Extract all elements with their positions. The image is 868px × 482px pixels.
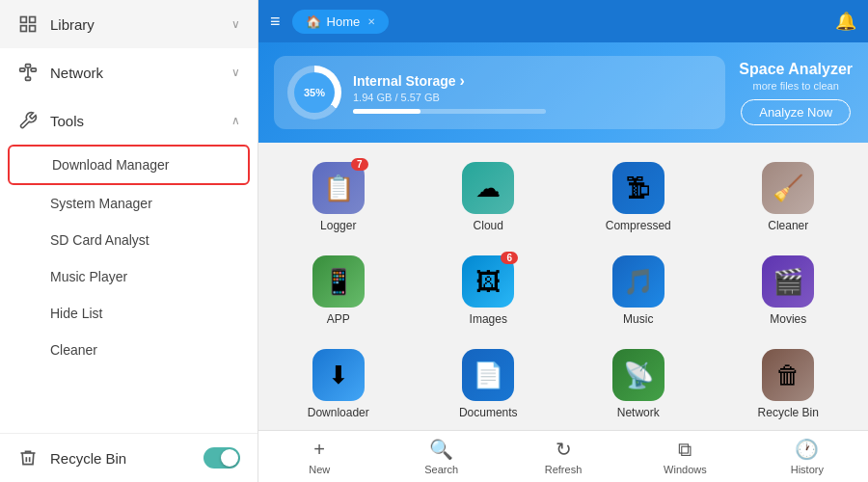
home-tab-label: Home	[327, 14, 361, 29]
images-badge: 6	[501, 252, 518, 264]
analyze-now-button[interactable]: Analyze Now	[741, 99, 851, 125]
nav-refresh-label: Refresh	[545, 464, 583, 475]
sidebar-label-tools: Tools	[50, 113, 220, 129]
nav-search-icon: 🔍	[429, 438, 453, 461]
recycle-bin-icon-wrap: 🗑	[762, 349, 814, 401]
nav-search-label: Search	[424, 464, 458, 475]
sidebar-subitem-music-player[interactable]: Music Player	[0, 258, 258, 295]
logger-icon-wrap: 📋7	[312, 162, 365, 214]
nav-item-history[interactable]: 🕐History	[746, 432, 868, 481]
nav-history-label: History	[791, 464, 824, 475]
images-icon-wrap: 🖼6	[462, 255, 514, 308]
space-analyzer-sub: more files to clean	[739, 80, 853, 92]
app-label: APP	[327, 312, 350, 326]
tools-chevron: ∧	[231, 114, 240, 127]
documents-icon-wrap: 📄	[462, 349, 514, 401]
tools-icon	[17, 110, 39, 131]
sidebar-bottom-recycle[interactable]: Recycle Bin	[0, 433, 258, 482]
recycle-bin-icon	[17, 447, 39, 469]
app-item-network[interactable]: 📡Network	[566, 339, 711, 427]
sidebar-item-tools[interactable]: Tools ∧	[0, 96, 258, 145]
network-icon	[17, 62, 39, 83]
svg-rect-1	[30, 17, 36, 23]
storage-bar	[353, 109, 546, 114]
movies-icon-wrap: 🎬	[762, 255, 814, 308]
sidebar-label-library: Library	[50, 16, 220, 33]
svg-rect-5	[26, 65, 31, 67]
app-item-cloud[interactable]: ☁Cloud	[417, 152, 561, 240]
logger-label: Logger	[320, 219, 356, 232]
svg-rect-3	[30, 26, 36, 32]
nav-new-icon: +	[313, 439, 325, 461]
nav-item-refresh[interactable]: ↻Refresh	[502, 432, 624, 481]
recycle-bin-toggle[interactable]	[203, 447, 240, 469]
sidebar-section-tools: Tools ∧ Download Manager System Manager …	[0, 96, 258, 368]
storage-banner: 35% Internal Storage › 1.94 GB / 5.57 GB…	[258, 42, 868, 143]
nav-item-search[interactable]: 🔍Search	[380, 432, 502, 481]
tools-subitems: Download Manager System Manager SD Card …	[0, 145, 258, 368]
storage-bar-fill	[353, 109, 420, 114]
space-analyzer: Space Analyzer more files to clean Analy…	[739, 61, 853, 125]
library-icon	[17, 13, 39, 35]
documents-label: Documents	[459, 406, 518, 419]
sidebar-section-network: Network ∨	[0, 48, 258, 96]
nav-new-label: New	[309, 464, 330, 475]
home-tab[interactable]: 🏠 Home ✕	[292, 10, 390, 34]
home-icon: 🏠	[306, 14, 321, 29]
app-grid: 📋7Logger☁Cloud🗜Compressed🧹Cleaner📱APP🖼6I…	[266, 152, 860, 430]
compressed-icon-wrap: 🗜	[612, 162, 665, 214]
recycle-bin-label: Recycle Bin	[758, 406, 819, 419]
network-label: Network	[617, 406, 660, 419]
app-item-compressed[interactable]: 🗜Compressed	[566, 152, 711, 240]
storage-title[interactable]: Internal Storage ›	[353, 72, 712, 90]
library-chevron: ∨	[231, 17, 240, 31]
hamburger-icon[interactable]: ≡	[270, 12, 281, 32]
sidebar-subitem-sd-card-analyst[interactable]: SD Card Analyst	[0, 222, 258, 258]
nav-windows-icon: ⧉	[678, 439, 692, 461]
storage-percentage: 35%	[294, 72, 335, 113]
app-item-recycle-bin[interactable]: 🗑Recycle Bin	[717, 339, 861, 427]
network-icon-wrap: 📡	[612, 349, 665, 401]
bell-icon[interactable]: 🔔	[835, 11, 856, 32]
sidebar-item-library[interactable]: Library ∨	[0, 0, 258, 48]
movies-label: Movies	[770, 312, 806, 326]
sidebar-subitem-cleaner[interactable]: Cleaner	[0, 332, 258, 368]
cleaner-label: Cleaner	[768, 219, 808, 232]
svg-rect-6	[26, 77, 31, 80]
svg-rect-0	[21, 17, 27, 23]
app-item-cleaner[interactable]: 🧹Cleaner	[717, 152, 861, 240]
nav-windows-label: Windows	[664, 464, 707, 475]
app-item-downloader[interactable]: ⬇Downloader	[266, 339, 411, 427]
svg-rect-2	[21, 26, 27, 32]
main-header: ≡ 🏠 Home ✕ 🔔	[258, 0, 868, 42]
storage-info: Internal Storage › 1.94 GB / 5.57 GB	[353, 72, 712, 114]
tab-close-icon[interactable]: ✕	[367, 16, 375, 27]
logger-badge: 7	[351, 158, 368, 171]
sidebar-subitem-download-manager[interactable]: Download Manager	[8, 145, 250, 185]
nav-item-new[interactable]: +New	[258, 433, 380, 481]
music-icon-wrap: 🎵	[612, 255, 665, 308]
sidebar: Library ∨ Network ∨	[0, 0, 258, 482]
app-icon-wrap: 📱	[312, 255, 365, 308]
app-item-movies[interactable]: 🎬Movies	[717, 246, 861, 334]
app-item-logger[interactable]: 📋7Logger	[266, 152, 411, 240]
sidebar-item-network[interactable]: Network ∨	[0, 48, 258, 96]
sidebar-subitem-system-manager[interactable]: System Manager	[0, 185, 258, 222]
sidebar-subitem-hide-list[interactable]: Hide List	[0, 295, 258, 332]
network-chevron: ∨	[231, 66, 240, 79]
nav-refresh-icon: ↻	[556, 438, 572, 461]
downloader-label: Downloader	[308, 406, 369, 419]
nav-item-windows[interactable]: ⧉Windows	[624, 433, 746, 481]
storage-subtitle: 1.94 GB / 5.57 GB	[353, 92, 712, 103]
app-item-music[interactable]: 🎵Music	[566, 246, 711, 334]
app-item-app[interactable]: 📱APP	[266, 246, 411, 334]
bottom-nav: +New🔍Search↻Refresh⧉Windows🕐History	[258, 430, 868, 482]
app-item-documents[interactable]: 📄Documents	[417, 339, 561, 427]
cloud-icon-wrap: ☁	[462, 162, 514, 214]
sidebar-label-network: Network	[50, 65, 220, 81]
svg-rect-4	[20, 68, 25, 71]
music-label: Music	[623, 312, 653, 326]
space-analyzer-title: Space Analyzer	[739, 61, 853, 78]
compressed-label: Compressed	[606, 219, 671, 232]
app-item-images[interactable]: 🖼6Images	[417, 246, 561, 334]
